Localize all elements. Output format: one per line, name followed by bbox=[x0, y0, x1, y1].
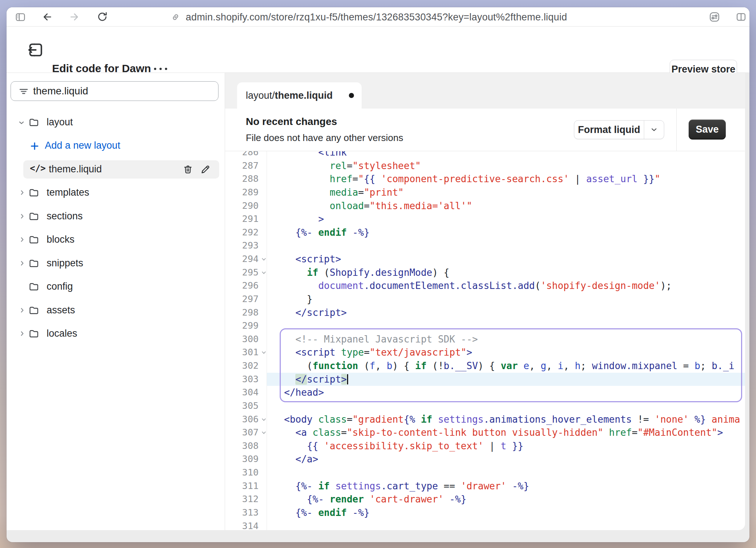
add-layout-label: Add a new layout bbox=[45, 140, 120, 151]
code-line[interactable]: 303 </script> bbox=[225, 373, 745, 386]
line-number: 311 bbox=[225, 480, 267, 493]
plus-icon bbox=[29, 141, 40, 152]
code-line[interactable]: 308 {{ 'accessibility.skip_to_text' | t … bbox=[225, 439, 745, 453]
chevron-right-icon[interactable] bbox=[18, 236, 26, 244]
code-line[interactable]: 300 <!-- Mixpanel Javascript SDK --> bbox=[225, 333, 745, 346]
code-line[interactable]: 309 </a> bbox=[225, 453, 745, 466]
sidebar-item-snippets[interactable]: snippets bbox=[7, 254, 225, 273]
line-number: 293 bbox=[225, 239, 267, 253]
code-line[interactable]: 298 </script> bbox=[225, 306, 745, 320]
sidebar-item-blocks[interactable]: blocks bbox=[7, 231, 225, 249]
line-number: 310 bbox=[225, 466, 267, 480]
folder-icon bbox=[28, 305, 40, 316]
editor-status-bar: No recent changes File does not have any… bbox=[225, 109, 745, 151]
code-file-icon: </> bbox=[30, 163, 46, 173]
sidebar-item-label: snippets bbox=[47, 258, 83, 269]
code-line[interactable]: 314 bbox=[225, 520, 745, 531]
sidebar-item-locales[interactable]: locales bbox=[7, 325, 225, 343]
code-line[interactable]: 304</head> bbox=[225, 386, 745, 399]
chevron-down-icon[interactable] bbox=[17, 119, 25, 127]
fold-chevron-icon[interactable] bbox=[262, 350, 266, 354]
toolbar-divider bbox=[676, 109, 677, 151]
line-number: 292 bbox=[225, 226, 267, 239]
browser-window: admin.shopify.com/store/rzq1xu-f5/themes… bbox=[7, 7, 749, 542]
sidebar-item-assets[interactable]: assets bbox=[7, 301, 225, 320]
status-subtitle: File does not have any other versions bbox=[246, 132, 403, 144]
sidebar-item-label: config bbox=[47, 281, 73, 292]
code-line[interactable]: 296 document.documentElement.classList.a… bbox=[225, 279, 745, 293]
unsaved-indicator-dot bbox=[349, 93, 354, 98]
code-line[interactable]: 297 } bbox=[225, 293, 745, 306]
tab-theme-liquid[interactable]: layout/theme.liquid bbox=[237, 82, 362, 109]
editor-tab-strip: layout/theme.liquid bbox=[225, 73, 745, 109]
fold-chevron-icon[interactable] bbox=[262, 417, 266, 421]
fold-chevron-icon[interactable] bbox=[262, 430, 266, 434]
sidebar-item-theme-liquid[interactable]: </> theme.liquid bbox=[7, 160, 225, 179]
sidebar-item-sections[interactable]: sections bbox=[7, 207, 225, 226]
code-line[interactable]: 288 href="{{ 'component-predictive-searc… bbox=[225, 172, 745, 186]
chevron-right-icon[interactable] bbox=[18, 259, 26, 267]
folder-icon bbox=[28, 117, 40, 128]
line-number: 288 bbox=[225, 172, 267, 186]
line-number: 308 bbox=[225, 439, 267, 453]
code-line[interactable]: 301 <script type="text/javascript"> bbox=[225, 346, 745, 359]
code-line[interactable]: 292 {%- endif -%} bbox=[225, 226, 745, 239]
line-number: 286 bbox=[225, 151, 267, 159]
code-line[interactable]: 305 bbox=[225, 399, 745, 413]
code-line[interactable]: 289 media="print" bbox=[225, 186, 745, 199]
sidebar-item-templates[interactable]: templates bbox=[7, 184, 225, 202]
sidebar-toggle-icon[interactable] bbox=[15, 12, 26, 23]
fold-chevron-icon[interactable] bbox=[262, 270, 266, 274]
code-line[interactable]: 294 <script> bbox=[225, 253, 745, 266]
exit-editor-icon[interactable] bbox=[27, 41, 45, 59]
search-input[interactable] bbox=[33, 82, 215, 101]
code-line[interactable]: 287 rel="stylesheet" bbox=[225, 159, 745, 173]
file-search-box[interactable] bbox=[11, 81, 218, 101]
add-new-layout-button[interactable]: Add a new layout bbox=[7, 137, 225, 155]
chevron-down-icon[interactable] bbox=[644, 125, 664, 134]
code-line[interactable]: 306<body class="gradient{% if settings.a… bbox=[225, 413, 745, 426]
code-line[interactable]: 290 onload="this.media='all'" bbox=[225, 199, 745, 213]
forward-icon[interactable] bbox=[68, 11, 80, 23]
line-number: 300 bbox=[225, 333, 267, 346]
code-line[interactable]: 286 <link bbox=[225, 151, 745, 159]
save-button[interactable]: Save bbox=[689, 120, 726, 140]
chevron-right-icon[interactable] bbox=[18, 189, 26, 197]
code-line[interactable]: 310 bbox=[225, 466, 745, 480]
line-number: 313 bbox=[225, 506, 267, 520]
code-line[interactable]: 293 bbox=[225, 239, 745, 253]
sidebar-item-layout[interactable]: layout bbox=[7, 113, 225, 132]
sidebar-item-label: theme.liquid bbox=[49, 164, 102, 175]
code-line[interactable]: 312 {%- render 'cart-drawer' -%} bbox=[225, 493, 745, 506]
back-icon[interactable] bbox=[42, 11, 53, 23]
chevron-right-icon[interactable] bbox=[18, 330, 26, 338]
code-line[interactable]: 299 bbox=[225, 319, 745, 333]
fold-chevron-icon[interactable] bbox=[262, 257, 266, 261]
chevron-right-icon[interactable] bbox=[18, 212, 26, 220]
code-editor[interactable]: 286 <link287 rel="stylesheet"288 href="{… bbox=[225, 151, 745, 530]
sidebar-item-config[interactable]: config bbox=[7, 278, 225, 296]
chevron-right-icon[interactable] bbox=[18, 306, 26, 314]
rename-file-icon[interactable] bbox=[200, 164, 211, 175]
sidebar-item-label: sections bbox=[47, 211, 83, 222]
code-line[interactable]: 302 (function (f, b) { if (!b.__SV) { va… bbox=[225, 359, 745, 373]
code-line[interactable]: 311 {%- if settings.cart_type == 'drawer… bbox=[225, 480, 745, 493]
more-actions-icon[interactable] bbox=[152, 64, 171, 73]
sidebar-item-label: templates bbox=[47, 187, 89, 198]
format-liquid-button[interactable]: Format liquid bbox=[574, 120, 664, 139]
code-line[interactable]: 295 if (Shopify.designMode) { bbox=[225, 266, 745, 279]
delete-file-icon[interactable] bbox=[182, 164, 193, 175]
sidebar-item-label: blocks bbox=[47, 234, 75, 245]
code-line[interactable]: 313 {%- endif -%} bbox=[225, 506, 745, 520]
format-liquid-label: Format liquid bbox=[574, 124, 644, 136]
split-view-icon[interactable] bbox=[735, 12, 747, 22]
sidebar-item-label: layout bbox=[47, 117, 73, 128]
reader-options-icon[interactable] bbox=[708, 11, 721, 23]
line-number: 309 bbox=[225, 453, 267, 466]
code-line[interactable]: 291 > bbox=[225, 212, 745, 226]
line-number: 298 bbox=[225, 306, 267, 320]
reload-icon[interactable] bbox=[97, 11, 108, 23]
address-bar[interactable]: admin.shopify.com/store/rzq1xu-f5/themes… bbox=[186, 12, 567, 23]
code-line[interactable]: 307 <a class="skip-to-content-link butto… bbox=[225, 426, 745, 439]
line-number: 296 bbox=[225, 279, 267, 293]
